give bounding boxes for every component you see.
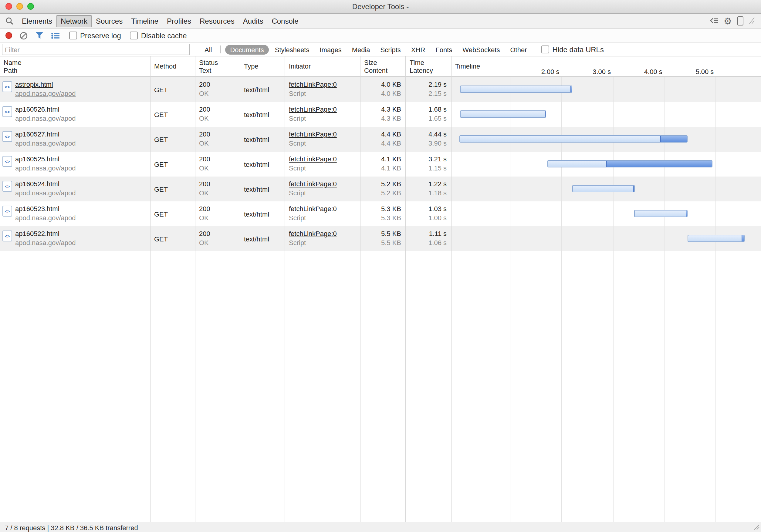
header-time-latency[interactable]: Time Latency [410, 59, 433, 75]
initiator-link[interactable]: fetchLinkPage:0 [289, 204, 361, 214]
time-value: 4.44 s [406, 130, 447, 139]
status-code: 200 [199, 130, 240, 139]
filter-type-images[interactable]: Images [316, 45, 346, 54]
filter-type-media[interactable]: Media [348, 45, 375, 54]
filter-type-other[interactable]: Other [506, 45, 531, 54]
header-size-content[interactable]: Size Content [364, 59, 387, 75]
request-row[interactable]: <>ap160523.htmlapod.nasa.gov/apodGET200O… [0, 201, 761, 226]
disable-cache-group: Disable cache [130, 31, 187, 40]
time-value: 2.19 s [406, 80, 447, 89]
initiator-link[interactable]: fetchLinkPage:0 [289, 130, 361, 139]
status-cell: 200OK [196, 226, 240, 251]
header-timeline[interactable]: Timeline [455, 63, 480, 70]
window-resize-grip-bottom[interactable] [754, 524, 760, 531]
header-type[interactable]: Type [244, 63, 259, 70]
type-cell: text/html [240, 177, 285, 201]
initiator-link[interactable]: fetchLinkPage:0 [289, 180, 361, 189]
clear-icon[interactable] [20, 31, 28, 40]
request-row[interactable]: <>astropix.htmlapod.nasa.gov/apodGET200O… [0, 77, 761, 102]
header-status-text[interactable]: Status Text [199, 59, 218, 75]
initiator-type: Script [289, 239, 361, 247]
filter-input[interactable] [2, 44, 190, 55]
timeline-bar[interactable] [460, 85, 572, 93]
timeline-cell [451, 226, 761, 251]
size-cell: 4.1 KB4.1 KB [361, 152, 406, 177]
request-name-link[interactable]: astropix.html [15, 80, 76, 89]
record-icon[interactable] [5, 32, 12, 39]
request-name-link[interactable]: ap160525.html [15, 155, 76, 164]
type-cell: text/html [240, 226, 285, 251]
requests-summary: 7 / 8 requests | 32.8 KB / 36.5 KB trans… [5, 524, 138, 531]
preserve-log-group: Preserve log [69, 31, 121, 40]
tab-timeline[interactable]: Timeline [127, 15, 163, 27]
request-path: apod.nasa.gov/apod [15, 214, 76, 223]
tab-bar-right-icons: ⚙ [709, 16, 755, 27]
search-icon[interactable] [5, 17, 13, 25]
request-name-link[interactable]: ap160524.html [15, 180, 76, 189]
status-text: OK [199, 114, 240, 123]
initiator-link[interactable]: fetchLinkPage:0 [289, 105, 361, 114]
initiator-link[interactable]: fetchLinkPage:0 [289, 155, 361, 164]
time-cell: 4.44 s3.90 s [406, 127, 451, 152]
tab-console[interactable]: Console [267, 15, 303, 27]
filter-type-xhr[interactable]: XHR [407, 45, 429, 54]
html-file-icon: <> [2, 231, 12, 241]
initiator-type: Script [289, 139, 361, 148]
timeline-cell [451, 102, 761, 127]
request-name-link[interactable]: ap160527.html [15, 130, 76, 139]
header-initiator[interactable]: Initiator [289, 63, 311, 70]
filter-view-icon[interactable] [51, 32, 60, 39]
request-row[interactable]: <>ap160527.htmlapod.nasa.gov/apodGET200O… [0, 127, 761, 152]
tab-audits[interactable]: Audits [239, 15, 267, 27]
filter-type-stylesheets[interactable]: Stylesheets [271, 45, 314, 54]
request-name-link[interactable]: ap160523.html [15, 204, 76, 214]
waiting-segment [460, 136, 660, 142]
method-value: GET [154, 111, 168, 118]
request-name-link[interactable]: ap160522.html [15, 229, 76, 239]
disable-cache-checkbox[interactable] [130, 31, 138, 39]
header-name-path[interactable]: Name Path [4, 59, 22, 75]
initiator-link[interactable]: fetchLinkPage:0 [289, 80, 361, 89]
timeline-bar[interactable] [572, 185, 635, 192]
size-value: 4.3 KB [361, 105, 401, 114]
timeline-bar[interactable] [460, 110, 546, 118]
tab-sources[interactable]: Sources [91, 15, 127, 27]
latency-value: 3.90 s [406, 139, 447, 148]
request-row[interactable]: <>ap160524.htmlapod.nasa.gov/apodGET200O… [0, 177, 761, 201]
timeline-bar[interactable] [459, 135, 688, 142]
hide-data-urls-checkbox[interactable] [542, 45, 550, 53]
html-file-icon: <> [2, 106, 12, 117]
content-value: 4.3 KB [361, 114, 401, 123]
request-name-link[interactable]: ap160526.html [15, 105, 76, 114]
filter-type-all[interactable]: All [200, 45, 216, 54]
status-text: OK [199, 164, 240, 173]
initiator-link[interactable]: fetchLinkPage:0 [289, 229, 361, 239]
type-value: text/html [244, 185, 269, 192]
request-row[interactable]: <>ap160522.htmlapod.nasa.gov/apodGET200O… [0, 226, 761, 251]
timeline-cell [451, 77, 761, 102]
header-method[interactable]: Method [154, 63, 176, 70]
timeline-bar[interactable] [687, 235, 744, 242]
status-code: 200 [199, 204, 240, 214]
method-value: GET [154, 185, 168, 192]
name-cell: <>ap160524.htmlapod.nasa.gov/apod [0, 177, 150, 201]
device-mode-icon[interactable] [737, 16, 743, 26]
tab-resources[interactable]: Resources [196, 15, 239, 27]
gear-icon[interactable]: ⚙ [724, 16, 732, 26]
filter-type-fonts[interactable]: Fonts [431, 45, 456, 54]
filter-type-scripts[interactable]: Scripts [376, 45, 405, 54]
filter-type-websockets[interactable]: WebSockets [458, 45, 504, 54]
timeline-bar[interactable] [548, 160, 713, 167]
console-drawer-icon[interactable] [709, 16, 718, 27]
timeline-bar[interactable] [634, 210, 687, 217]
tab-profiles[interactable]: Profiles [163, 15, 196, 27]
preserve-log-checkbox[interactable] [69, 31, 77, 39]
filter-funnel-icon[interactable] [35, 31, 44, 39]
name-path-lines: ap160527.htmlapod.nasa.gov/apod [15, 130, 76, 152]
filter-type-documents[interactable]: Documents [225, 45, 268, 54]
window-resize-grip[interactable] [749, 16, 755, 27]
tab-elements[interactable]: Elements [18, 15, 56, 27]
request-row[interactable]: <>ap160526.htmlapod.nasa.gov/apodGET200O… [0, 102, 761, 127]
request-row[interactable]: <>ap160525.htmlapod.nasa.gov/apodGET200O… [0, 152, 761, 177]
tab-network[interactable]: Network [56, 15, 91, 27]
